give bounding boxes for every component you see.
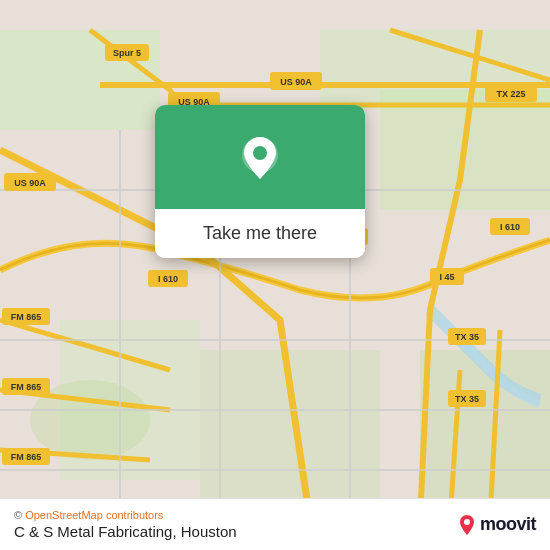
map-background: US 90A US 90A Spur 5 US 90A TX 225 I 610… — [0, 0, 550, 550]
svg-point-45 — [464, 519, 470, 525]
svg-text:FM 865: FM 865 — [11, 452, 42, 462]
map-container: US 90A US 90A Spur 5 US 90A TX 225 I 610… — [0, 0, 550, 550]
svg-text:TX 35: TX 35 — [455, 394, 479, 404]
moovit-logo: moovit — [458, 514, 536, 536]
bottom-bar: © OpenStreetMap contributors C & S Metal… — [0, 498, 550, 550]
take-me-there-button[interactable]: Take me there — [203, 223, 317, 244]
svg-rect-6 — [420, 350, 550, 520]
popup-bottom-section[interactable]: Take me there — [155, 209, 365, 258]
osm-link[interactable]: OpenStreetMap contributors — [25, 509, 163, 521]
osm-credit: © OpenStreetMap contributors — [14, 509, 237, 521]
svg-text:TX 225: TX 225 — [496, 89, 525, 99]
svg-text:I 610: I 610 — [158, 274, 178, 284]
location-name: C & S Metal Fabricating, Houston — [14, 523, 237, 540]
popup-card: Take me there — [155, 105, 365, 258]
svg-text:FM 865: FM 865 — [11, 312, 42, 322]
svg-text:US 90A: US 90A — [280, 77, 312, 87]
popup-top-section — [155, 105, 365, 209]
svg-text:TX 35: TX 35 — [455, 332, 479, 342]
svg-text:I 610: I 610 — [500, 222, 520, 232]
svg-text:US 90A: US 90A — [14, 178, 46, 188]
svg-point-44 — [253, 146, 267, 160]
svg-text:I 45: I 45 — [439, 272, 454, 282]
svg-text:Spur 5: Spur 5 — [113, 48, 141, 58]
map-pin-icon — [238, 133, 282, 185]
svg-text:FM 865: FM 865 — [11, 382, 42, 392]
osm-prefix: © — [14, 509, 25, 521]
moovit-pin-icon — [458, 514, 476, 536]
moovit-text: moovit — [480, 514, 536, 535]
bottom-left-section: © OpenStreetMap contributors C & S Metal… — [14, 509, 237, 540]
